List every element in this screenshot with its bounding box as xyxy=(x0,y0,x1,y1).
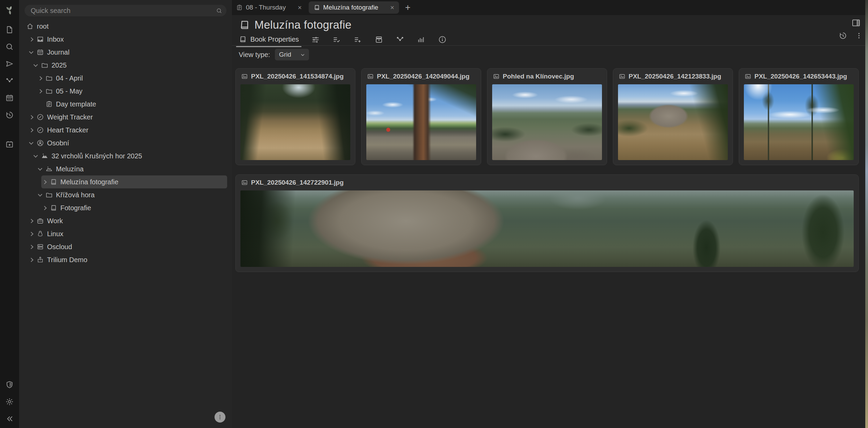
jump-to-note-button[interactable] xyxy=(5,59,14,68)
expander-collapsed[interactable] xyxy=(41,206,47,210)
photo-card[interactable]: PXL_20250426_142653443.jpg xyxy=(739,68,859,165)
right-panel-toggle-icon[interactable] xyxy=(851,18,861,28)
photo-thumbnail[interactable] xyxy=(492,84,602,160)
tab-meluzina-fotografie[interactable]: Meluzína fotografie × xyxy=(309,1,399,14)
collapse-tree-button[interactable] xyxy=(5,414,14,423)
today-button[interactable] xyxy=(5,140,14,149)
new-note-button[interactable] xyxy=(5,25,14,34)
expander-expanded[interactable] xyxy=(32,65,39,66)
ribbon-tab-book-properties[interactable]: Book Properties xyxy=(239,35,299,44)
image-icon xyxy=(241,179,248,186)
tree-item-osobni[interactable]: Osobní xyxy=(28,137,227,149)
photo-card-title-link[interactable]: PXL_20250426_142653443.jpg xyxy=(739,69,858,84)
tree-item-05-may[interactable]: 05 - May xyxy=(37,85,227,98)
photo-card[interactable]: PXL_20250426_142123833.jpg xyxy=(613,68,733,165)
expander-collapsed[interactable] xyxy=(37,90,43,93)
photo-card[interactable]: PXL_20250426_142049044.jpg xyxy=(361,68,481,165)
more-options-kebab-icon[interactable] xyxy=(855,31,863,40)
tree-item-inbox[interactable]: Inbox xyxy=(28,33,227,46)
photo-card[interactable]: PXL_20250426_142722901.jpg xyxy=(235,174,859,272)
tree-item-label: 32 vrcholů Krušných hor 2025 xyxy=(52,152,142,160)
expander-expanded[interactable] xyxy=(28,142,34,144)
tree-item-heart-tracker[interactable]: Heart Tracker xyxy=(28,124,227,137)
photo-thumbnail[interactable] xyxy=(240,84,350,160)
tree-item-linux[interactable]: Linux xyxy=(28,227,227,240)
tree-item-meluzina-fotografie[interactable]: Meluzína fotografie xyxy=(41,175,227,188)
expander-collapsed[interactable] xyxy=(28,116,34,119)
basic-properties-tab-icon[interactable] xyxy=(311,35,320,44)
expander-collapsed[interactable] xyxy=(28,129,34,132)
similar-notes-tab-icon[interactable] xyxy=(417,35,426,44)
tree-item-journal[interactable]: Journal xyxy=(28,46,227,59)
expander-collapsed[interactable] xyxy=(28,232,34,236)
mountain-icon xyxy=(41,152,48,160)
photo-card[interactable]: Pohled na Klínovec.jpg xyxy=(487,68,607,165)
tree-item-weight-tracker[interactable]: Weight Tracker xyxy=(28,111,227,124)
settings-button[interactable] xyxy=(5,397,14,406)
search-button[interactable] xyxy=(5,42,14,51)
search-icon xyxy=(216,8,222,14)
photo-card-title-link[interactable]: PXL_20250426_141534874.jpg xyxy=(236,69,355,84)
expander-expanded[interactable] xyxy=(37,168,43,170)
tree-item-root[interactable]: root xyxy=(24,20,227,33)
share-button[interactable] xyxy=(5,76,14,85)
tree-item-work[interactable]: Work xyxy=(28,214,227,227)
tree-actions-menu-button[interactable] xyxy=(215,412,225,423)
calendar-icon xyxy=(36,48,44,56)
photo-thumbnail[interactable] xyxy=(240,190,854,267)
tree-item-krizova-hora[interactable]: Křížová hora xyxy=(37,188,227,201)
tree-item-label: 05 - May xyxy=(56,87,83,95)
tree-item-label: Work xyxy=(47,217,63,225)
protected-session-button[interactable] xyxy=(5,380,14,389)
photo-filename: PXL_20250426_142722901.jpg xyxy=(251,179,344,186)
tree-item-2025[interactable]: 2025 xyxy=(32,59,227,72)
expander-collapsed[interactable] xyxy=(37,77,43,80)
photo-thumbnail[interactable] xyxy=(744,84,854,160)
tree-item-oscloud[interactable]: Oscloud xyxy=(28,240,227,253)
photo-card[interactable]: PXL_20250426_141534874.jpg xyxy=(235,68,355,165)
photo-card-title-link[interactable]: PXL_20250426_142123833.jpg xyxy=(613,69,733,84)
note-revisions-icon[interactable] xyxy=(839,31,847,40)
expander-collapsed[interactable] xyxy=(28,38,34,41)
quick-search-input[interactable] xyxy=(25,5,226,16)
close-tab-icon[interactable]: × xyxy=(298,4,302,11)
photo-card-title-link[interactable]: Pohled na Klínovec.jpg xyxy=(487,69,607,84)
calendar-button[interactable] xyxy=(5,94,14,102)
home-icon xyxy=(26,23,34,30)
owned-attributes-tab-icon[interactable] xyxy=(332,35,341,44)
kebab-icon xyxy=(217,414,223,420)
close-tab-icon[interactable]: × xyxy=(390,4,394,11)
tree-item-32-vrcholu[interactable]: 32 vrcholů Krušných hor 2025 xyxy=(32,149,227,162)
new-tab-button[interactable]: + xyxy=(405,3,411,12)
expander-expanded[interactable] xyxy=(37,194,43,196)
note-paths-tab-icon[interactable] xyxy=(374,35,383,44)
expander-collapsed[interactable] xyxy=(28,245,34,248)
photo-card-title-link[interactable]: PXL_20250426_142049044.jpg xyxy=(362,69,481,84)
photo-filename: Pohled na Klínovec.jpg xyxy=(503,73,574,80)
photo-filename: PXL_20250426_142049044.jpg xyxy=(377,73,470,80)
tree-item-trilium-demo[interactable]: Trilium Demo xyxy=(28,253,227,266)
photo-card-title-link[interactable]: PXL_20250426_142722901.jpg xyxy=(236,175,858,190)
ribbon-right-buttons xyxy=(839,31,863,40)
tab-08-thursday[interactable]: 08 - Thursday × xyxy=(232,0,307,15)
view-type-select[interactable]: Grid xyxy=(275,49,309,60)
expander-expanded[interactable] xyxy=(32,155,39,157)
note-info-tab-icon[interactable] xyxy=(438,35,447,44)
trilium-logo-icon xyxy=(3,4,16,16)
photo-thumbnail[interactable] xyxy=(618,84,728,160)
photo-thumbnail[interactable] xyxy=(366,84,476,160)
tree-item-meluzina[interactable]: Meluzína xyxy=(37,162,227,175)
recent-changes-button[interactable] xyxy=(5,111,14,119)
expander-expanded[interactable] xyxy=(28,52,34,53)
tree-item-04-april[interactable]: 04 - April xyxy=(37,72,227,85)
tab-bar: 08 - Thursday × Meluzína fotografie × + xyxy=(232,0,868,15)
expander-collapsed[interactable] xyxy=(28,258,34,261)
expander-collapsed[interactable] xyxy=(28,219,34,223)
book-icon xyxy=(50,204,57,212)
tree-item-day-template[interactable]: Day template xyxy=(37,98,227,111)
note-map-tab-icon[interactable] xyxy=(396,35,404,44)
inherited-attributes-tab-icon[interactable] xyxy=(353,35,362,44)
tree-item-fotografie[interactable]: Fotografie xyxy=(41,201,227,214)
note-title[interactable]: Meluzína fotografie xyxy=(254,18,351,31)
expander-collapsed[interactable] xyxy=(41,181,47,184)
